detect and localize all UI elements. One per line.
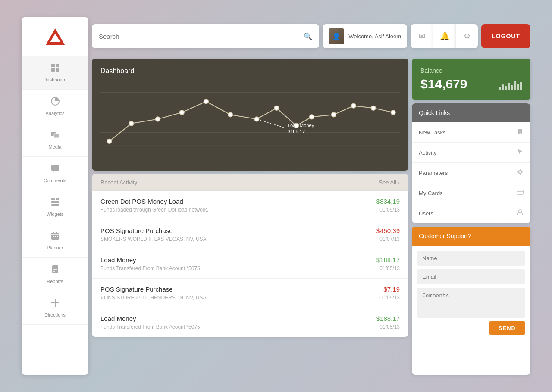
balance-bar [517, 84, 519, 90]
transaction-date: 01/09/13 [376, 207, 400, 213]
support-email-input[interactable] [417, 269, 525, 284]
svg-point-33 [180, 110, 184, 115]
svg-rect-1 [56, 64, 59, 67]
sidebar-label-reports: Reports [47, 279, 63, 284]
dashboard-chart: Load Money $188.17 [100, 79, 400, 159]
recent-activity-header: Recent Activity See All › [92, 174, 408, 191]
chart-title: Dashboard [100, 67, 400, 75]
transaction-date: 01/07/13 [376, 236, 400, 242]
balance-amount: $14,679 [420, 77, 467, 91]
svg-point-41 [351, 104, 356, 108]
svg-rect-2 [51, 68, 55, 72]
sidebar: DashboardAnalyticsMediaCommentsWidgetsPl… [22, 17, 88, 375]
transaction-desc: SMOKERS WORLD II, LAS VEGAS, NV, USA [100, 236, 207, 242]
transaction-desc: Funds Transfered From Bank Acount *5075 [100, 265, 200, 271]
svg-rect-7 [51, 165, 59, 171]
balance-bar [511, 85, 513, 90]
see-all-link[interactable]: See All › [379, 179, 400, 186]
transaction-right: $188.17 01/05/13 [376, 315, 400, 330]
transaction-amount: $834.19 [376, 198, 400, 205]
sidebar-item-analytics[interactable]: Analytics [22, 90, 88, 123]
transaction-name: Load Money [100, 315, 200, 322]
bell-icon-button[interactable]: 🔔 [433, 24, 455, 48]
sidebar-item-reports[interactable]: Reports [22, 258, 88, 291]
svg-rect-8 [51, 198, 55, 200]
recent-activity-section: Recent Activity See All › Green Dot POS … [92, 174, 408, 337]
cursor-icon [517, 148, 524, 157]
svg-rect-11 [51, 204, 59, 206]
search-icon: 🔍 [304, 32, 312, 40]
header: 🔍 👤 Welcome, Asif Aleem ✉ 🔔 ⚙ LOGOUT [92, 17, 530, 55]
transaction-left: POS Signature Purchase VONS STORE 2511, … [100, 286, 206, 301]
transaction-right: $450.39 01/07/13 [376, 227, 400, 242]
transaction-right: $7.19 01/09/13 [380, 286, 400, 301]
svg-rect-48 [517, 190, 523, 194]
quick-link-my-cards[interactable]: My Cards [412, 183, 530, 203]
right-panel: Balance $14,679 Quick Links New Tasks Ac… [412, 59, 530, 375]
transaction-name: Load Money [100, 256, 200, 264]
sidebar-item-dashboard[interactable]: Dashboard [22, 56, 88, 90]
quick-link-new-tasks[interactable]: New Tasks [412, 122, 530, 143]
transaction-left: Load Money Funds Transfered From Bank Ac… [100, 256, 200, 271]
transaction-date: 01/05/13 [376, 265, 400, 271]
transactions-list: Green Dot POS Money Load Funds loaded th… [92, 191, 408, 337]
transaction-name: POS Signature Purchase [100, 286, 206, 293]
svg-point-47 [519, 171, 521, 173]
svg-text:$188.17: $188.17 [288, 129, 305, 134]
sidebar-label-media: Media [49, 144, 62, 149]
logout-button[interactable]: LOGOUT [481, 24, 530, 48]
sidebar-item-widgets[interactable]: Widgets [22, 190, 88, 224]
transaction-left: Load Money Funds Transfered From Bank Ac… [100, 315, 200, 330]
sidebar-item-planner[interactable]: Planner [22, 224, 88, 258]
quick-link-label: Activity [419, 149, 436, 156]
quick-link-label: Parameters [419, 170, 448, 176]
search-input[interactable] [99, 33, 299, 40]
analytics-icon [50, 96, 60, 108]
svg-rect-10 [51, 201, 59, 203]
mail-icon-button[interactable]: ✉ [411, 24, 433, 48]
sidebar-label-directions: Directions [44, 312, 66, 317]
svg-point-31 [129, 121, 133, 126]
send-button[interactable]: SEND [489, 321, 525, 335]
card-icon [517, 189, 524, 197]
transaction-left: POS Signature Purchase SMOKERS WORLD II,… [100, 227, 207, 242]
quick-link-activity[interactable]: Activity [412, 143, 530, 163]
svg-point-32 [156, 117, 160, 121]
balance-row: $14,679 [420, 77, 522, 91]
transaction-date: 01/05/13 [376, 324, 400, 330]
svg-rect-9 [56, 198, 59, 200]
svg-rect-3 [56, 68, 59, 72]
sidebar-label-widgets: Widgets [47, 212, 64, 217]
support-body: SEND [412, 246, 530, 340]
sidebar-item-comments[interactable]: Comments [22, 157, 88, 190]
bookmark-icon [517, 128, 524, 137]
sidebar-item-directions[interactable]: Directions [22, 291, 88, 325]
widgets-icon [50, 197, 60, 209]
balance-bar [502, 84, 504, 90]
quick-link-parameters[interactable]: Parameters [412, 163, 530, 183]
support-name-input[interactable] [417, 251, 525, 266]
svg-rect-0 [51, 64, 55, 67]
dashboard-icon [50, 63, 60, 75]
transaction-amount: $7.19 [380, 286, 400, 293]
body-row: Dashboard [92, 59, 530, 375]
quick-link-users[interactable]: Users [412, 203, 530, 223]
svg-rect-17 [55, 236, 56, 237]
transaction-name: POS Signature Purchase [100, 227, 207, 234]
directions-icon [50, 298, 60, 310]
comments-icon [50, 164, 60, 175]
settings-icon-button[interactable]: ⚙ [455, 24, 478, 48]
quick-links-list: New Tasks Activity Parameters My Cards U… [412, 122, 530, 223]
user-icon [517, 209, 524, 218]
logo-icon [46, 28, 65, 45]
balance-bar [514, 81, 516, 90]
transaction-amount: $188.17 [376, 256, 400, 264]
svg-point-34 [204, 99, 208, 103]
gear-icon [517, 168, 524, 177]
sidebar-label-comments: Comments [44, 178, 66, 183]
svg-point-30 [107, 139, 111, 143]
user-bar: 👤 Welcome, Asif Aleem [323, 24, 407, 48]
sidebar-item-media[interactable]: Media [22, 123, 88, 157]
avatar: 👤 [329, 28, 344, 44]
support-comments-input[interactable] [417, 288, 525, 318]
